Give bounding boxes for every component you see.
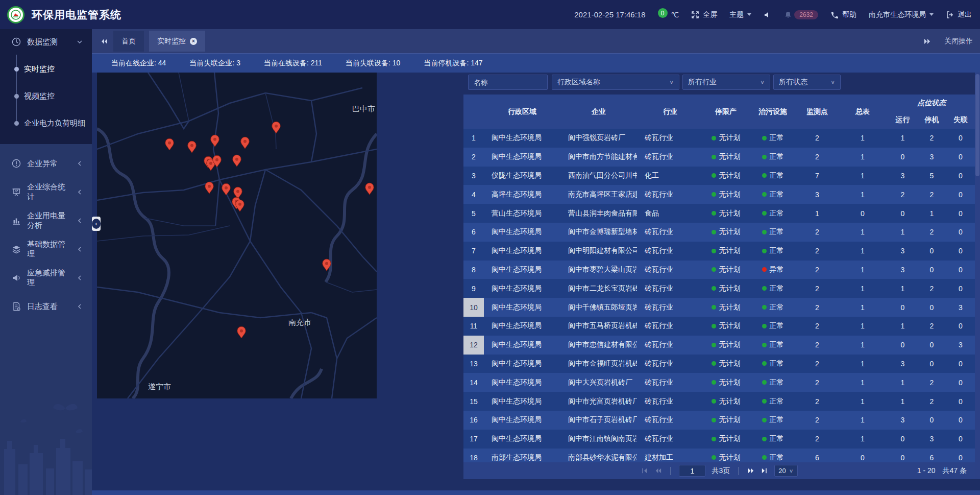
cell-industry: 砖瓦行业 bbox=[637, 279, 703, 298]
name-filter-field[interactable] bbox=[468, 75, 548, 90]
table-row[interactable]: 12阆中生态环境局阆中市忠信建材有限公砖瓦行业无计划正常21003 bbox=[463, 336, 975, 355]
table-row[interactable]: 1阆中生态环境局阆中强锐页岩砖厂砖瓦行业无计划正常21120 bbox=[463, 129, 975, 148]
next-page-icon[interactable] bbox=[747, 467, 754, 475]
cell-stop-production: 无计划 bbox=[703, 279, 748, 298]
help-button[interactable]: 帮助 bbox=[830, 10, 856, 19]
table-row[interactable]: 15阆中生态环境局阆中市光富页岩机砖厂砖瓦行业无计划正常21120 bbox=[463, 392, 975, 411]
sidebar-item-power-analysis[interactable]: 企业用电量分析 bbox=[0, 206, 92, 235]
close-icon[interactable]: × bbox=[190, 38, 197, 45]
prev-page-icon[interactable] bbox=[654, 467, 662, 475]
status-green-dot-icon bbox=[712, 455, 716, 460]
sound-button[interactable] bbox=[764, 11, 772, 19]
table-row[interactable]: 13阆中生态环境局阆中市金福旺页岩机砖砖瓦行业无计划正常21300 bbox=[463, 355, 975, 373]
cell-region: 阆中生态环境局 bbox=[484, 373, 560, 392]
fullscreen-button[interactable]: 全屏 bbox=[691, 10, 717, 19]
cell-stopped: 0 bbox=[917, 261, 946, 279]
row-index: 12 bbox=[463, 336, 484, 355]
alert-icon bbox=[11, 158, 21, 169]
status-filter-select[interactable]: 所有状态 ∨ bbox=[773, 75, 841, 90]
row-index: 7 bbox=[463, 242, 484, 261]
map-panel[interactable]: 巴中市南充市遂宁市 ‹ bbox=[97, 73, 377, 398]
table-row[interactable]: 11阆中生态环境局阆中市五马桥页岩机砖砖瓦行业无计划正常21120 bbox=[463, 317, 975, 336]
status-green-dot-icon bbox=[712, 211, 716, 216]
cell-disconnected: 0 bbox=[946, 355, 975, 373]
tabs-scroll-right-icon[interactable] bbox=[923, 37, 931, 45]
status-green-dot-icon bbox=[712, 399, 716, 404]
row-index: 2 bbox=[463, 148, 484, 167]
cell-stop-production: 无计划 bbox=[703, 223, 748, 242]
table-row[interactable]: 3仪陇生态环境局西南油气田分公司川中化工无计划正常71350 bbox=[463, 167, 975, 185]
cell-region: 阆中生态环境局 bbox=[484, 336, 560, 355]
cell-stop-production-label: 无计划 bbox=[719, 152, 741, 161]
theme-menu[interactable]: 主题 bbox=[729, 10, 751, 19]
cell-total-meters: 1 bbox=[837, 129, 888, 148]
monitor-panel: 行政区域名称 ∨ 所有行业 ∨ 所有状态 ∨ 行政区域 企业 行业 停限产 治污… bbox=[463, 73, 975, 479]
page-number-input[interactable] bbox=[679, 465, 705, 477]
cell-pollution-facility-label: 正常 bbox=[770, 378, 784, 387]
pagination-summary: 1 - 20 共47 条 bbox=[917, 466, 975, 476]
cell-total-meters: 1 bbox=[837, 167, 888, 185]
cell-company: 营山县润丰肉食品有限 bbox=[560, 204, 637, 223]
table-row[interactable]: 4高坪生态环境局南充市高坪区王家店建砖瓦行业无计划正常31220 bbox=[463, 185, 975, 204]
close-operations-button[interactable]: 关闭操作 bbox=[944, 37, 973, 46]
row-index: 16 bbox=[463, 411, 484, 430]
status-green-dot-icon bbox=[712, 380, 716, 385]
cell-monitor-points: 2 bbox=[797, 279, 837, 298]
notifications-button[interactable]: 2632 bbox=[784, 10, 818, 19]
last-page-icon[interactable] bbox=[761, 467, 768, 475]
cell-region: 阆中生态环境局 bbox=[484, 148, 560, 167]
table-row[interactable]: 17阆中生态环境局阆中市江南镇阆南页岩砖瓦行业无计划正常21030 bbox=[463, 430, 975, 449]
sidebar-item-company-stats[interactable]: 企业综合统计 bbox=[0, 178, 92, 206]
scrollbar-thumb[interactable] bbox=[975, 74, 979, 176]
status-green-dot-icon bbox=[762, 399, 767, 404]
tabs-scroll-left-icon[interactable] bbox=[100, 37, 108, 45]
board-icon bbox=[11, 187, 21, 197]
org-menu[interactable]: 南充市生态环境局 bbox=[869, 10, 934, 19]
sidebar-item-label: 应急减排管理 bbox=[27, 268, 71, 288]
cell-company: 阆中强锐页岩砖厂 bbox=[560, 129, 637, 148]
cell-industry: 砖瓦行业 bbox=[637, 430, 703, 449]
map-city-label: 巴中市 bbox=[352, 104, 375, 113]
table-row[interactable]: 7阆中生态环境局阆中明阳建材有限公司砖瓦行业无计划正常21300 bbox=[463, 242, 975, 261]
table-row[interactable]: 5营山生态环境局营山县润丰肉食品有限食品无计划正常10010 bbox=[463, 204, 975, 223]
row-index: 14 bbox=[463, 373, 484, 392]
region-filter-select[interactable]: 行政区域名称 ∨ bbox=[552, 75, 679, 90]
first-page-icon[interactable] bbox=[641, 467, 648, 475]
sidebar-subitem[interactable]: 企业电力负荷明细 bbox=[0, 110, 92, 137]
table-row[interactable]: 8阆中生态环境局阆中市枣碧大梁山页岩砖瓦行业无计划异常21300 bbox=[463, 261, 975, 279]
industry-filter-select[interactable]: 所有行业 ∨ bbox=[682, 75, 770, 90]
vertical-scrollbar[interactable] bbox=[975, 73, 980, 479]
status-green-dot-icon bbox=[712, 155, 716, 159]
cell-pollution-facility: 正常 bbox=[748, 392, 797, 411]
stat-label: 当前失联企业: bbox=[189, 59, 236, 67]
table-row[interactable]: 10阆中生态环境局阆中千佛镇五郎垭页岩砖瓦行业无计划正常21003 bbox=[463, 298, 975, 317]
tab-realtime-monitor[interactable]: 实时监控 × bbox=[149, 31, 205, 52]
table-row[interactable]: 9阆中生态环境局阆中市二龙长宝页岩砖砖瓦行业无计划正常21120 bbox=[463, 279, 975, 298]
sidebar-item-company-abnormal[interactable]: 企业异常 bbox=[0, 149, 92, 178]
chevron-left-icon bbox=[77, 218, 83, 224]
sidebar-item-data-monitor[interactable]: 数据监测 bbox=[0, 29, 92, 55]
table-row[interactable]: 6阆中生态环境局阆中市金博瑞新型墙材砖瓦行业无计划正常21120 bbox=[463, 223, 975, 242]
cell-monitor-points: 2 bbox=[797, 261, 837, 279]
cell-total-meters: 1 bbox=[837, 185, 888, 204]
sidebar-item-emergency[interactable]: 应急减排管理 bbox=[0, 264, 92, 292]
name-search-input[interactable] bbox=[474, 78, 542, 86]
table-row[interactable]: 14阆中生态环境局阆中大兴页岩机砖厂砖瓦行业无计划正常21120 bbox=[463, 373, 975, 392]
table-row[interactable]: 18南部生态环境局南部县砂华水泥有限公建材加工无计划正常60060 bbox=[463, 449, 975, 462]
sidebar-item-base-data[interactable]: 基础数据管理 bbox=[0, 235, 92, 264]
map-canvas[interactable]: 巴中市南充市遂宁市 bbox=[97, 73, 377, 398]
table-row[interactable]: 16阆中生态环境局阆中市石子页岩机砖厂砖瓦行业无计划正常21300 bbox=[463, 411, 975, 430]
range-label: 1 - 20 bbox=[917, 466, 936, 476]
logout-button[interactable]: 退出 bbox=[946, 10, 972, 19]
cell-monitor-points: 2 bbox=[797, 129, 837, 148]
sidebar-subitem[interactable]: 视频监控 bbox=[0, 83, 92, 110]
sidebar-subitem[interactable]: 实时监控 bbox=[0, 56, 92, 83]
sidebar-subitem-label: 实时监控 bbox=[24, 64, 55, 74]
status-green-dot-icon bbox=[712, 267, 716, 272]
sidebar-item-logs[interactable]: 日志查看 bbox=[0, 292, 92, 321]
table-row[interactable]: 2阆中生态环境局阆中市南方节能建材有砖瓦行业无计划正常21030 bbox=[463, 148, 975, 167]
tab-home[interactable]: 首页 bbox=[113, 31, 144, 52]
map-collapse-handle[interactable]: ‹ bbox=[92, 217, 101, 231]
cell-pollution-facility-label: 正常 bbox=[770, 171, 784, 180]
page-size-select[interactable]: 20 ∨ bbox=[774, 465, 797, 477]
